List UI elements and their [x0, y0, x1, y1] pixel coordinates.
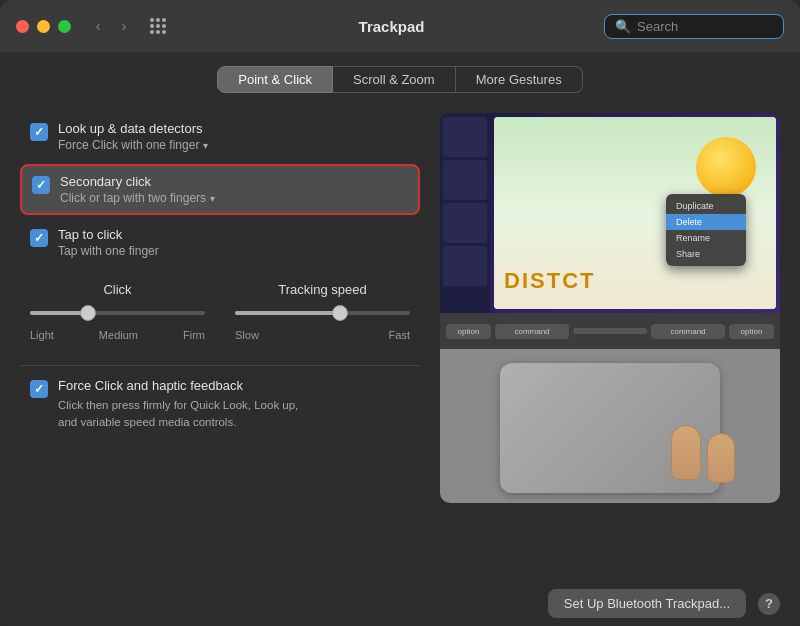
search-box[interactable]: 🔍	[604, 14, 784, 39]
tracking-speed-slider-title: Tracking speed	[278, 282, 366, 297]
window: ‹ › Trackpad 🔍 Point & Click Scroll & Zo…	[0, 0, 800, 626]
preview-menu-item-delete: Delete	[666, 214, 746, 230]
preview-screen-content: DISTCT Duplicate Delete Rename Share	[440, 113, 780, 313]
preview-sidebar-item	[443, 203, 487, 243]
bottom-bar: Set Up Bluetooth Trackpad... ?	[0, 581, 800, 626]
setting-lookup-text: Look up & data detectors Force Click wit…	[58, 121, 208, 152]
sliders-section: Click Light Medium Firm	[20, 270, 420, 353]
trackpad-surface	[500, 363, 720, 493]
force-click-text: Force Click and haptic feedback Click th…	[58, 378, 298, 432]
force-click-section: Force Click and haptic feedback Click th…	[20, 365, 420, 444]
tracking-speed-slider-labels: Slow Fast	[235, 329, 410, 341]
force-click-sublabel: Click then press firmly for Quick Look, …	[58, 397, 298, 432]
click-slider-title: Click	[103, 282, 131, 297]
setting-tap-to-click-text: Tap to click Tap with one finger	[58, 227, 159, 258]
checkbox-force-click[interactable]	[30, 380, 48, 398]
preview-fruit-bg: DISTCT Duplicate Delete Rename Share	[494, 117, 776, 309]
bluetooth-button[interactable]: Set Up Bluetooth Trackpad...	[548, 589, 746, 618]
preview-menu-item-share: Share	[666, 246, 746, 262]
preview-context-menu: Duplicate Delete Rename Share	[666, 194, 746, 266]
content: Point & Click Scroll & Zoom More Gesture…	[0, 52, 800, 626]
preview-sidebar-item	[443, 246, 487, 286]
kbd-option-left: option	[446, 324, 491, 339]
setting-secondary-click-text: Secondary click Click or tap with two fi…	[60, 174, 215, 205]
setting-secondary-click-sublabel: Click or tap with two fingers ▾	[60, 191, 215, 205]
nav-buttons: ‹ ›	[87, 15, 135, 37]
setting-tap-to-click-sublabel: Tap with one finger	[58, 244, 159, 258]
back-button[interactable]: ‹	[87, 15, 109, 37]
preview-screen: DISTCT Duplicate Delete Rename Share	[440, 113, 780, 313]
click-slider-track[interactable]	[30, 303, 205, 323]
tab-more-gestures[interactable]: More Gestures	[456, 66, 583, 93]
tracking-speed-slider-track[interactable]	[235, 303, 410, 323]
right-panel: DISTCT Duplicate Delete Rename Share	[440, 113, 780, 561]
preview-sidebar-item	[443, 160, 487, 200]
setting-secondary-click-label: Secondary click	[60, 174, 215, 189]
search-icon: 🔍	[615, 19, 631, 34]
setting-tap-to-click-label: Tap to click	[58, 227, 159, 242]
maximize-button[interactable]	[58, 20, 71, 33]
preview-sidebar	[440, 113, 490, 313]
setting-tap-to-click: Tap to click Tap with one finger	[20, 219, 420, 266]
kbd-command-left: command	[495, 324, 569, 339]
preview-sidebar-item	[443, 117, 487, 157]
setting-lookup-label: Look up & data detectors	[58, 121, 208, 136]
forward-button[interactable]: ›	[113, 15, 135, 37]
traffic-lights	[16, 20, 71, 33]
kbd-option-right: option	[729, 324, 774, 339]
tracking-speed-slider-group: Tracking speed Slow Fast	[235, 282, 410, 341]
left-panel: Look up & data detectors Force Click wit…	[20, 113, 420, 561]
close-button[interactable]	[16, 20, 29, 33]
preview-main-area: DISTCT Duplicate Delete Rename Share	[494, 117, 776, 309]
finger-1	[671, 425, 701, 480]
preview-menu-item-rename: Rename	[666, 230, 746, 246]
preview-area: DISTCT Duplicate Delete Rename Share	[440, 113, 780, 503]
setting-secondary-click: Secondary click Click or tap with two fi…	[20, 164, 420, 215]
checkbox-tap-to-click[interactable]	[30, 229, 48, 247]
kbd-command-right: command	[651, 324, 725, 339]
secondary-click-dropdown-arrow[interactable]: ▾	[210, 193, 215, 204]
help-button[interactable]: ?	[758, 593, 780, 615]
preview-trackpad	[440, 349, 780, 503]
checkbox-lookup[interactable]	[30, 123, 48, 141]
main-layout: Look up & data detectors Force Click wit…	[0, 103, 800, 581]
preview-text-overlay: DISTCT	[504, 268, 595, 294]
tab-point-click[interactable]: Point & Click	[217, 66, 333, 93]
tab-scroll-zoom[interactable]: Scroll & Zoom	[333, 66, 456, 93]
preview-keyboard-row: option command command option	[440, 313, 780, 349]
setting-lookup: Look up & data detectors Force Click wit…	[20, 113, 420, 160]
click-slider-labels: Light Medium Firm	[30, 329, 205, 341]
force-click-label: Force Click and haptic feedback	[58, 378, 298, 393]
minimize-button[interactable]	[37, 20, 50, 33]
lookup-dropdown-arrow[interactable]: ▾	[203, 140, 208, 151]
tabs-row: Point & Click Scroll & Zoom More Gesture…	[0, 52, 800, 103]
finger-2	[707, 433, 735, 483]
click-slider-group: Click Light Medium Firm	[30, 282, 205, 341]
search-input[interactable]	[637, 19, 773, 34]
window-title: Trackpad	[179, 18, 604, 35]
titlebar: ‹ › Trackpad 🔍	[0, 0, 800, 52]
checkbox-secondary-click[interactable]	[32, 176, 50, 194]
preview-fruit-circle	[696, 137, 756, 197]
preview-menu-item-duplicate: Duplicate	[666, 198, 746, 214]
kbd-spacebar	[573, 328, 647, 334]
grid-icon[interactable]	[147, 15, 169, 37]
setting-lookup-sublabel: Force Click with one finger ▾	[58, 138, 208, 152]
